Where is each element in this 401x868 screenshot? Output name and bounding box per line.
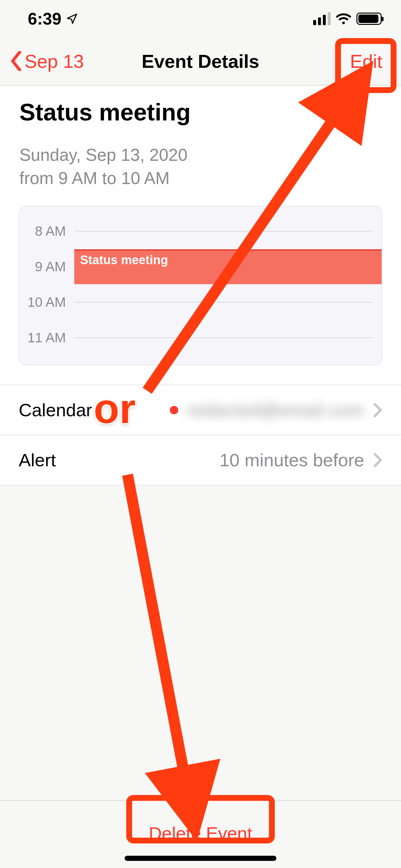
alert-row[interactable]: Alert 10 minutes before <box>0 435 401 485</box>
chevron-right-icon <box>373 453 382 467</box>
calendar-row-label: Calendar <box>19 399 92 421</box>
event-time: from 9 AM to 10 AM <box>19 166 382 190</box>
alert-value: 10 minutes before <box>220 450 364 470</box>
content-area: Status meeting Sunday, Sep 13, 2020 from… <box>0 86 401 485</box>
timeline-event-block[interactable]: Status meeting <box>74 249 382 284</box>
location-icon <box>66 12 78 25</box>
wifi-icon <box>336 13 351 25</box>
cellular-icon <box>313 12 331 25</box>
event-date: Sunday, Sep 13, 2020 <box>19 144 382 166</box>
alert-row-label: Alert <box>19 450 56 470</box>
calendar-name: redacted@email.com <box>187 399 364 421</box>
battery-icon <box>357 12 382 25</box>
delete-event-button[interactable]: Delete Event <box>129 814 272 853</box>
status-bar-right <box>313 12 382 25</box>
status-bar: 6:39 <box>0 0 401 37</box>
chevron-right-icon <box>373 403 382 417</box>
timeline-preview[interactable]: 8 AM 9 AM 10 AM 11 AM Status meeting <box>19 206 382 365</box>
event-title: Status meeting <box>19 98 382 126</box>
page-title: Event Details <box>142 51 259 72</box>
home-indicator[interactable] <box>125 856 276 861</box>
status-time: 6:39 <box>28 9 61 28</box>
timeline-row: 10 AM <box>19 284 382 320</box>
time-label: 11 AM <box>19 330 74 345</box>
bottom-toolbar: Delete Event <box>0 800 401 868</box>
status-bar-left: 6:39 <box>28 9 78 28</box>
edit-button[interactable]: Edit <box>341 44 391 79</box>
time-label: 8 AM <box>19 223 74 239</box>
timeline-row: 8 AM <box>19 213 382 249</box>
back-label: Sep 13 <box>25 51 84 72</box>
event-header: Status meeting Sunday, Sep 13, 2020 from… <box>0 98 401 206</box>
timeline-row: 11 AM <box>19 320 382 355</box>
time-label: 10 AM <box>19 294 74 310</box>
back-button[interactable]: Sep 13 <box>10 51 84 72</box>
calendar-color-dot <box>170 406 178 414</box>
settings-list: Calendar redacted@email.com Alert 10 min… <box>0 384 401 485</box>
time-label: 9 AM <box>19 259 74 275</box>
annotation-arrow-down <box>127 475 184 773</box>
calendar-row[interactable]: Calendar redacted@email.com <box>0 385 401 435</box>
chevron-left-icon <box>10 51 23 71</box>
annotation-or-text: or <box>94 384 135 433</box>
navigation-bar: Sep 13 Event Details Edit <box>0 37 401 86</box>
